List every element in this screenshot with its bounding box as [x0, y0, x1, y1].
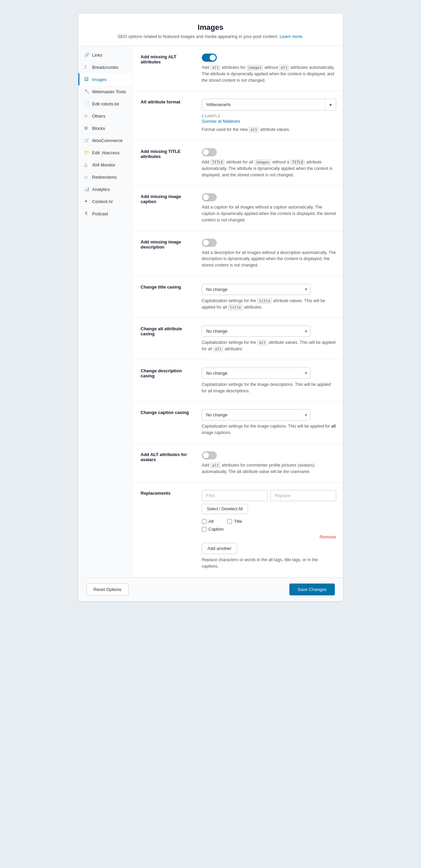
woo-icon: 🛒 [84, 138, 90, 143]
section-alt-format: Alt attribute format ▾ EXAMPLE Sunrise a… [133, 91, 343, 141]
remove-link[interactable]: Remove [202, 534, 336, 539]
toggle-add-missing-caption[interactable] [202, 193, 217, 201]
page-description: SEO options related to featured images a… [85, 34, 336, 39]
breadcrumbs-icon: ⤴ [84, 64, 90, 70]
sidebar-label-webmaster: Webmaster Tools [92, 89, 126, 94]
title-checkbox-label: Title [234, 519, 242, 524]
sidebar-item-edit-robots[interactable]: 📄 Edit robots.txt [78, 98, 132, 110]
toggle-knob-avatars [203, 452, 209, 458]
section-title-casing: Change title casing No change Lowercase … [133, 276, 343, 318]
toggle-knob-alt [210, 55, 216, 61]
blocks-icon: ⊞ [84, 125, 90, 131]
save-changes-button[interactable]: Save Changes [289, 584, 334, 595]
reset-options-button[interactable]: Reset Options [87, 583, 129, 596]
checkbox-caption[interactable]: Caption [202, 527, 224, 532]
toggle-alt-avatars[interactable] [202, 451, 217, 459]
sidebar-item-links[interactable]: 🔗 Links [78, 49, 132, 61]
control-alt-avatars: Add alt attributes for commenter profile… [202, 451, 336, 475]
sidebar-item-breadcrumbs[interactable]: ⤴ Breadcrumbs [78, 61, 132, 73]
sidebar-label-robots: Edit robots.txt [92, 101, 119, 106]
sidebar-item-images[interactable]: 🖼 Images [78, 73, 132, 85]
toggle-add-missing-title[interactable] [202, 148, 217, 156]
toggle-wrap-caption [202, 193, 336, 201]
toggle-knob-caption [203, 194, 209, 200]
desc-title-casing: Capitalization settings for the title at… [202, 298, 336, 311]
images-icon: 🖼 [84, 77, 90, 82]
label-title-casing: Change title casing [141, 284, 195, 311]
sidebar-item-404-monitor[interactable]: △ 404 Monitor [78, 159, 132, 171]
add-another-button[interactable]: Add another [202, 543, 237, 554]
label-alt-casing: Change alt attribute casing [141, 326, 195, 352]
sidebar-item-analytics[interactable]: 📊 Analytics [78, 183, 132, 195]
sidebar-item-webmaster-tools[interactable]: 🔧 Webmaster Tools [78, 85, 132, 98]
sidebar-label-images: Images [92, 77, 107, 82]
desc-alt-casing: Capitalization settings for the alt attr… [202, 339, 336, 352]
page-header: Images SEO options related to featured i… [78, 14, 343, 46]
sidebar-item-podcast[interactable]: 🎙 Podcast [78, 208, 132, 220]
toggle-add-missing-alt[interactable] [202, 54, 217, 62]
title-checkbox[interactable] [227, 519, 232, 524]
analytics-icon: 📊 [84, 186, 90, 192]
sidebar-label-analytics: Analytics [92, 187, 110, 192]
alt-casing-select[interactable]: No change Lowercase Uppercase Title Case [202, 326, 310, 337]
monitor-icon: △ [84, 162, 90, 167]
sidebar-label-podcast: Podcast [92, 211, 108, 216]
checkbox-title[interactable]: Title [227, 519, 242, 524]
replace-input[interactable] [270, 490, 336, 501]
sidebar: 🔗 Links ⤴ Breadcrumbs 🖼 Images 🔧 Webmast… [78, 46, 133, 577]
sidebar-label-404: 404 Monitor [92, 162, 116, 167]
caption-checkbox-label: Caption [209, 527, 224, 532]
sidebar-item-blocks[interactable]: ⊞ Blocks [78, 122, 132, 134]
body-layout: 🔗 Links ⤴ Breadcrumbs 🖼 Images 🔧 Webmast… [78, 46, 343, 577]
example-value[interactable]: Sunrise at Maldives [202, 119, 336, 124]
checkbox-alt[interactable]: Alt [202, 519, 214, 524]
sidebar-label-redirections: Redirections [92, 175, 117, 180]
toggle-wrap-title [202, 148, 336, 156]
htaccess-icon: 📁 [84, 150, 90, 155]
section-caption-casing: Change caption casing No change Lowercas… [133, 402, 343, 444]
section-description-casing: Change description casing No change Lowe… [133, 360, 343, 402]
sidebar-item-content-ai[interactable]: ✦ Content AI [78, 195, 132, 208]
toggle-knob-description [203, 240, 209, 246]
section-add-missing-title: Add missing TITLE attributes Add TITLE a… [133, 141, 343, 186]
toggle-wrap-avatars [202, 451, 336, 459]
desc-add-missing-title: Add TITLE attribute for all images witho… [202, 159, 336, 178]
control-replacements: Select / Deselect All Alt Title [202, 490, 336, 570]
link-icon: 🔗 [84, 52, 90, 58]
caption-casing-select[interactable]: No change Lowercase Uppercase Title Case [202, 409, 310, 420]
title-casing-select[interactable]: No change Lowercase Uppercase Title Case [202, 284, 310, 295]
label-add-missing-caption: Add missing image caption [141, 193, 195, 223]
title-casing-select-wrap: No change Lowercase Uppercase Title Case… [202, 284, 310, 295]
sidebar-item-edit-htaccess[interactable]: 📁 Edit .htaccess [78, 146, 132, 159]
desc-alt-format: Format used for the new alt attribute va… [202, 126, 336, 133]
format-select-wrap: ▾ [202, 99, 336, 111]
others-icon: ◇ [84, 113, 90, 119]
caption-casing-select-wrap: No change Lowercase Uppercase Title Case… [202, 409, 310, 420]
caption-checkbox[interactable] [202, 527, 207, 532]
toggle-add-missing-description[interactable] [202, 239, 217, 247]
sidebar-item-others[interactable]: ◇ Others [78, 110, 132, 122]
find-input[interactable] [202, 490, 268, 501]
sidebar-label-links: Links [92, 53, 102, 58]
description-casing-select[interactable]: No change Lowercase Uppercase Title Case [202, 368, 310, 379]
control-add-missing-title: Add TITLE attribute for all images witho… [202, 148, 336, 178]
desc-caption-casing: Capitalization settings for the image ca… [202, 423, 336, 436]
control-caption-casing: No change Lowercase Uppercase Title Case… [202, 409, 336, 436]
alt-checkbox[interactable] [202, 519, 207, 524]
label-replacements: Replacements [141, 490, 195, 570]
section-add-missing-alt: Add missing ALT attributes Add alt attri… [133, 46, 343, 91]
sidebar-label-woo: WooCommerce [92, 138, 123, 143]
alt-format-input[interactable] [202, 99, 325, 110]
example-label: EXAMPLE [202, 114, 336, 118]
checkboxes-row: Alt Title [202, 519, 336, 524]
learn-more-link[interactable]: Learn more [280, 34, 302, 39]
section-add-missing-caption: Add missing image caption Add a caption … [133, 186, 343, 231]
sidebar-item-redirections[interactable]: ◇ Redirections [78, 171, 132, 183]
sidebar-label-blocks: Blocks [92, 126, 105, 131]
section-replacements: Replacements Select / Deselect All Alt [133, 482, 343, 577]
sidebar-item-woocommerce[interactable]: 🛒 WooCommerce [78, 134, 132, 146]
format-dropdown-btn[interactable]: ▾ [325, 99, 336, 110]
control-title-casing: No change Lowercase Uppercase Title Case… [202, 284, 336, 311]
desc-description-casing: Capitalization settings for the image de… [202, 381, 336, 394]
select-deselect-button[interactable]: Select / Deselect All [202, 504, 248, 514]
